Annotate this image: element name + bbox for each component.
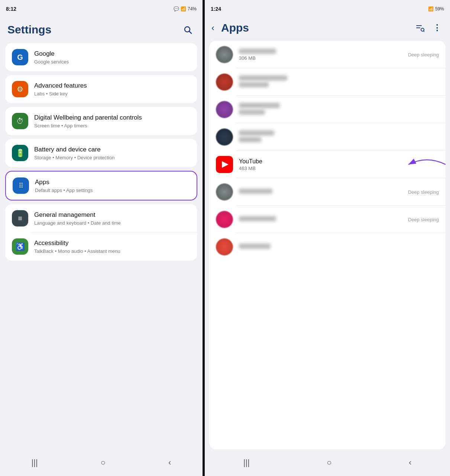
- deep-sleeping-badge-gray: Deep sleeping: [408, 189, 439, 195]
- blurred-app-sub-purple: [239, 110, 265, 115]
- google-card: G Google Google services: [5, 43, 197, 71]
- app-info-red2: [239, 244, 439, 250]
- battery-card: 🔋 Battery and device care Storage • Memo…: [5, 139, 197, 167]
- back-button-left[interactable]: ‹: [168, 458, 171, 467]
- settings-item-advanced[interactable]: ⚙ Advanced features Labs • Side key: [5, 75, 197, 103]
- settings-item-battery[interactable]: 🔋 Battery and device care Storage • Memo…: [5, 139, 197, 167]
- blurred-app-name-pink: [239, 216, 276, 221]
- right-panel: 1:24 📶 59% ‹ Apps ⋮: [205, 0, 450, 476]
- status-icons-left: 💬 📶 74%: [174, 6, 197, 12]
- app-icon-red: [216, 74, 233, 91]
- more-options-button[interactable]: ⋮: [430, 21, 444, 35]
- deep-sleeping-badge-top: Deep sleeping: [408, 52, 439, 58]
- blurred-app-sub-red: [239, 82, 269, 87]
- blurred-app-name-red: [239, 75, 287, 81]
- back-button-right[interactable]: ‹: [208, 21, 217, 35]
- status-bar-right: 1:24 📶 59%: [205, 0, 450, 18]
- time-left: 8:12: [6, 6, 16, 12]
- general-subtitle: Language and keyboard • Date and time: [34, 220, 191, 226]
- advanced-title: Advanced features: [34, 82, 191, 90]
- battery-title: Battery and device care: [34, 146, 191, 154]
- app-row-pink[interactable]: Deep sleeping: [209, 206, 446, 233]
- app-row-youtube[interactable]: YouTube 463 MB: [209, 151, 446, 178]
- status-bar-left: 8:12 💬 📶 74%: [0, 0, 203, 18]
- accessibility-subtitle: TalkBack • Mono audio • Assistant menu: [34, 248, 191, 254]
- settings-title: Settings: [7, 23, 51, 36]
- home-button-left[interactable]: ○: [101, 458, 106, 467]
- app-icon-red2: [216, 238, 233, 255]
- battery-right: 59%: [435, 6, 444, 12]
- app-row-gray[interactable]: Deep sleeping: [209, 178, 446, 206]
- purple-arrow: [405, 159, 446, 170]
- blurred-app-name-dark: [239, 130, 274, 136]
- apps-subtitle: Default apps • App settings: [35, 188, 190, 193]
- search-button[interactable]: [180, 22, 195, 37]
- advanced-icon: ⚙: [12, 81, 28, 97]
- recents-button-left[interactable]: |||: [32, 458, 38, 467]
- app-icon-purple: [216, 101, 233, 118]
- accessibility-text: Accessibility TalkBack • Mono audio • As…: [34, 239, 191, 254]
- wellbeing-subtitle: Screen time • App timers: [34, 123, 191, 128]
- bottom-card: ≡ General management Language and keyboa…: [5, 204, 197, 261]
- google-icon: G: [12, 49, 28, 65]
- settings-list: G Google Google services ⚙ Advanced feat…: [0, 43, 203, 452]
- google-subtitle: Google services: [34, 59, 191, 65]
- app-info-top: 306 MB: [239, 49, 402, 61]
- google-title: Google: [34, 50, 191, 58]
- apps-list-card: 306 MB Deep sleeping: [209, 41, 446, 449]
- battery-left: 74%: [188, 6, 197, 12]
- settings-item-apps[interactable]: ⠿ Apps Default apps • App settings: [6, 172, 197, 200]
- filter-search-icon: [415, 23, 424, 32]
- wifi-icon: 📶: [428, 6, 434, 12]
- general-text: General management Language and keyboard…: [34, 211, 191, 225]
- deep-sleeping-badge-pink: Deep sleeping: [408, 217, 439, 222]
- nav-bar-right: ||| ○ ‹: [205, 452, 450, 476]
- apps-header: ‹ Apps ⋮: [205, 18, 450, 41]
- accessibility-icon: ♿: [12, 238, 28, 255]
- accessibility-title: Accessibility: [34, 239, 191, 247]
- app-row-red[interactable]: [209, 68, 446, 96]
- digital-wellbeing-card: ⏱ Digital Wellbeing and parental control…: [5, 107, 197, 135]
- settings-item-general[interactable]: ≡ General management Language and keyboa…: [5, 204, 197, 232]
- top-app-size: 306 MB: [239, 55, 402, 61]
- app-info-purple: [239, 103, 439, 116]
- app-info-gray: [239, 189, 402, 195]
- app-icon-dark: [216, 128, 233, 146]
- signal-icon: 📶: [181, 6, 186, 12]
- home-button-right[interactable]: ○: [327, 458, 331, 467]
- app-icon-pink: [216, 211, 233, 228]
- battery-icon: 🔋: [12, 145, 28, 161]
- app-icon-gray: [216, 183, 233, 200]
- app-row-top-blurred[interactable]: 306 MB Deep sleeping: [209, 41, 446, 68]
- apps-text: Apps Default apps • App settings: [35, 178, 190, 193]
- apps-page-title: Apps: [221, 22, 409, 34]
- app-row-purple[interactable]: [209, 96, 446, 123]
- blurred-app-name-red2: [239, 244, 271, 249]
- search-icon: [183, 25, 192, 34]
- whatsapp-icon: 💬: [174, 6, 179, 12]
- general-icon: ≡: [12, 210, 28, 226]
- youtube-app-icon: [216, 156, 233, 173]
- battery-subtitle: Storage • Memory • Device protection: [34, 155, 191, 160]
- settings-item-accessibility[interactable]: ♿ Accessibility TalkBack • Mono audio • …: [5, 232, 197, 261]
- blurred-app-name-purple: [239, 103, 280, 108]
- nav-bar-left: ||| ○ ‹: [0, 452, 203, 476]
- recents-button-right[interactable]: |||: [243, 458, 250, 467]
- youtube-play-icon: [222, 161, 229, 168]
- back-button-nav-right[interactable]: ‹: [409, 458, 411, 467]
- settings-item-wellbeing[interactable]: ⏱ Digital Wellbeing and parental control…: [5, 107, 197, 135]
- wellbeing-title: Digital Wellbeing and parental controls: [34, 114, 191, 122]
- settings-header: Settings: [0, 18, 203, 43]
- wellbeing-icon: ⏱: [12, 113, 28, 129]
- filter-search-button[interactable]: [413, 21, 427, 35]
- status-icons-right: 📶 59%: [428, 6, 444, 12]
- apps-card-highlighted[interactable]: ⠿ Apps Default apps • App settings: [5, 171, 197, 200]
- app-row-red2[interactable]: [209, 233, 446, 261]
- wellbeing-text: Digital Wellbeing and parental controls …: [34, 114, 191, 128]
- advanced-features-card: ⚙ Advanced features Labs • Side key: [5, 75, 197, 103]
- advanced-text: Advanced features Labs • Side key: [34, 82, 191, 96]
- battery-text: Battery and device care Storage • Memory…: [34, 146, 191, 160]
- blurred-app-name-gray: [239, 189, 272, 194]
- app-row-dark[interactable]: [209, 123, 446, 151]
- settings-item-google[interactable]: G Google Google services: [5, 43, 197, 71]
